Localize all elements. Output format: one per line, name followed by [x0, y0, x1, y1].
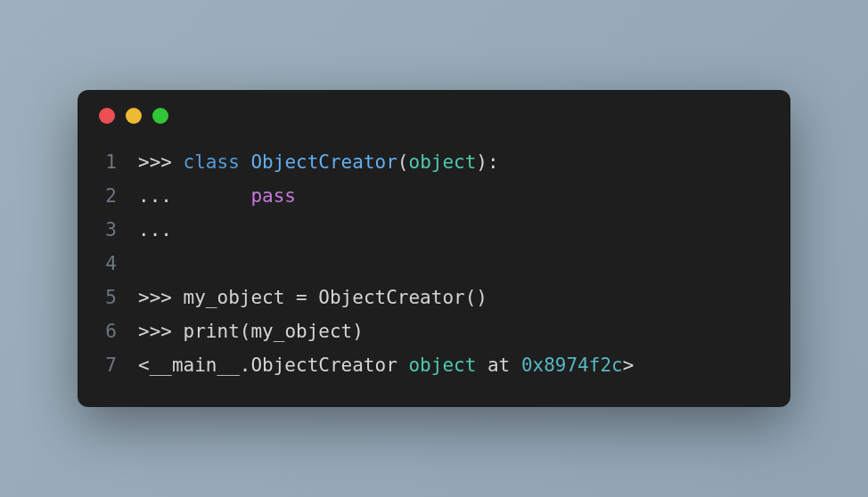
line-number: 5: [99, 281, 138, 314]
line-content: >>> my_object = ObjectCreator(): [138, 281, 487, 314]
text-token: at: [476, 354, 521, 376]
code-line: 7 <__main__.ObjectCreator object at 0x89…: [99, 348, 769, 382]
continuation-token: ...: [138, 219, 172, 240]
space-token: [307, 287, 319, 308]
type-token: object: [408, 354, 476, 376]
keyword-token: class: [184, 151, 240, 173]
line-content: ...: [138, 213, 172, 247]
line-content: >>> class ObjectCreator(object):: [138, 145, 499, 179]
window-maximize-button[interactable]: [152, 108, 168, 124]
identifier-token: my_object: [184, 287, 296, 308]
prompt-token: >>>: [138, 287, 184, 308]
line-number: 2: [99, 179, 138, 213]
code-line: 1 >>> class ObjectCreator(object):: [99, 145, 769, 179]
code-area: 1 >>> class ObjectCreator(object): 2 ...…: [78, 131, 790, 407]
line-number: 1: [99, 145, 138, 179]
function-token: print: [184, 321, 240, 342]
prompt-token: >>>: [138, 321, 184, 342]
prompt-token: >>>: [138, 151, 184, 173]
window-header: [78, 90, 790, 131]
identifier-token: my_object: [250, 321, 352, 342]
number-token: 0x8974f2c: [521, 354, 623, 376]
punct-token: ): [476, 151, 487, 173]
line-number: 7: [99, 348, 138, 382]
line-number: 3: [99, 213, 138, 247]
type-token: object: [408, 151, 476, 173]
line-content: >>> print(my_object): [138, 314, 364, 348]
call-token: ObjectCreator: [318, 287, 464, 308]
keyword-token: pass: [250, 185, 296, 207]
line-number: 6: [99, 314, 138, 348]
code-line: 2 ... pass: [99, 179, 769, 213]
punct-token: (: [465, 287, 477, 308]
code-line: 6 >>> print(my_object): [99, 314, 769, 348]
line-content: ... pass: [138, 179, 296, 213]
punct-token: ): [352, 321, 364, 342]
operator-token: =: [296, 287, 307, 308]
line-number: 4: [99, 247, 138, 281]
punct-token: (: [397, 151, 409, 173]
punct-token: ): [476, 287, 487, 308]
code-line: 3 ...: [99, 213, 769, 247]
code-line: 4: [99, 247, 769, 281]
continuation-token: ...: [138, 185, 250, 207]
module-token: __main__.ObjectCreator: [150, 354, 409, 376]
line-content: <__main__.ObjectCreator object at 0x8974…: [138, 348, 634, 382]
space-token: [240, 151, 251, 173]
classname-token: ObjectCreator: [250, 151, 397, 173]
punct-token: >: [623, 354, 635, 376]
code-editor-window: 1 >>> class ObjectCreator(object): 2 ...…: [78, 90, 790, 407]
punct-token: (: [240, 321, 251, 342]
punct-token: <: [138, 354, 150, 376]
code-line: 5 >>> my_object = ObjectCreator(): [99, 281, 769, 314]
window-minimize-button[interactable]: [126, 108, 142, 124]
punct-token: :: [487, 151, 499, 173]
window-close-button[interactable]: [99, 108, 115, 124]
